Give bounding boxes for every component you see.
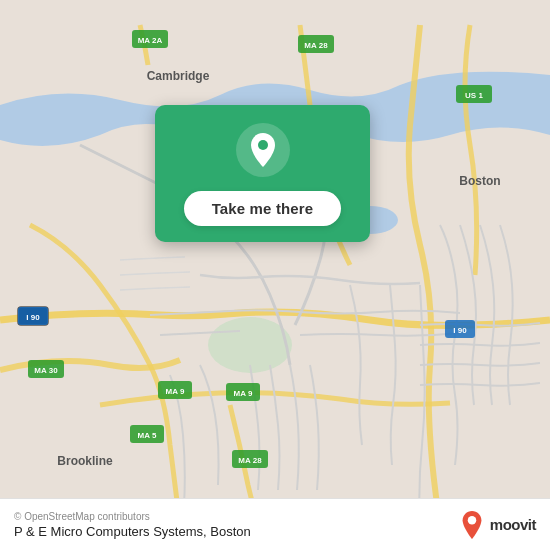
svg-text:I 90: I 90 bbox=[453, 326, 467, 335]
svg-point-27 bbox=[258, 140, 268, 150]
take-me-there-button[interactable]: Take me there bbox=[184, 191, 342, 226]
footer: © OpenStreetMap contributors P & E Micro… bbox=[0, 498, 550, 550]
svg-text:MA 5: MA 5 bbox=[138, 431, 157, 440]
moovit-brand-icon bbox=[458, 509, 486, 541]
svg-text:MA 9: MA 9 bbox=[234, 389, 253, 398]
svg-text:Brookline: Brookline bbox=[57, 454, 113, 468]
svg-text:Cambridge: Cambridge bbox=[147, 69, 210, 83]
svg-text:MA 28: MA 28 bbox=[238, 456, 262, 465]
place-name: P & E Micro Computers Systems, Boston bbox=[14, 524, 251, 539]
svg-point-28 bbox=[468, 516, 476, 524]
footer-left: © OpenStreetMap contributors P & E Micro… bbox=[14, 511, 251, 539]
svg-text:MA 2A: MA 2A bbox=[138, 36, 163, 45]
svg-point-2 bbox=[208, 317, 292, 373]
svg-text:I 90: I 90 bbox=[26, 313, 40, 322]
svg-text:Boston: Boston bbox=[459, 174, 500, 188]
osm-credit: © OpenStreetMap contributors bbox=[14, 511, 251, 522]
map-container: I 90 MA 30 MA 2A MA 28 US 1 MA 9 MA 5 MA… bbox=[0, 0, 550, 550]
location-pin-icon bbox=[247, 131, 279, 169]
location-icon-wrapper bbox=[236, 123, 290, 177]
svg-text:MA 28: MA 28 bbox=[304, 41, 328, 50]
moovit-logo: moovit bbox=[458, 509, 536, 541]
action-card: Take me there bbox=[155, 105, 370, 242]
moovit-brand-text: moovit bbox=[490, 516, 536, 533]
svg-text:US 1: US 1 bbox=[465, 91, 483, 100]
svg-text:MA 9: MA 9 bbox=[166, 387, 185, 396]
svg-text:MA 30: MA 30 bbox=[34, 366, 58, 375]
map-background: I 90 MA 30 MA 2A MA 28 US 1 MA 9 MA 5 MA… bbox=[0, 0, 550, 550]
